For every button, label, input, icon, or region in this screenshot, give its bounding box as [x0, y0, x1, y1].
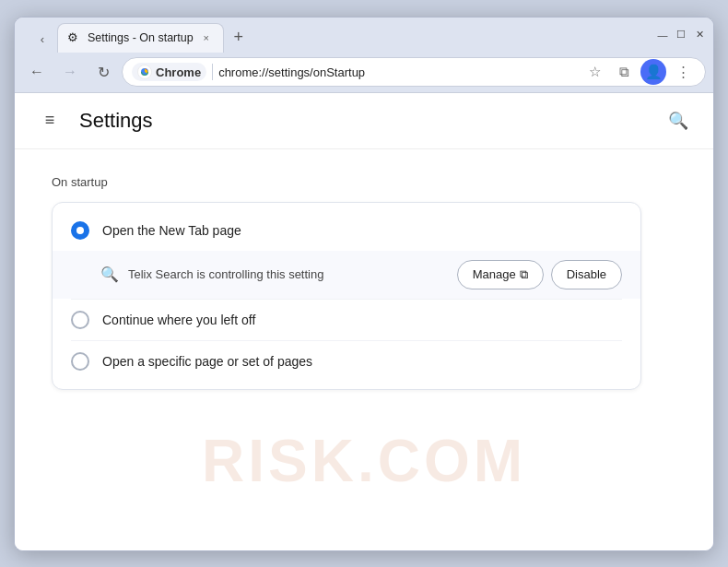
menu-button[interactable]: ≡	[33, 104, 66, 137]
address-url: chrome://settings/onStartup	[218, 65, 576, 79]
nav-bar: ← → ↻ Chrome chrome://settings	[15, 53, 713, 93]
option-specific-page[interactable]: Open a specific page or set of pages	[53, 341, 640, 382]
search-button[interactable]: 🔍	[662, 104, 695, 137]
extension-label: Telix Search is controlling this setting	[128, 267, 448, 281]
option-label-continue: Continue where you left off	[102, 313, 622, 327]
settings-content: On startup Open the New Tab page 🔍 Telix…	[15, 149, 713, 416]
close-button[interactable]: ✕	[693, 29, 706, 41]
address-bar[interactable]: Chrome chrome://settings/onStartup ☆ ⧉ 👤…	[122, 57, 706, 87]
radio-inner	[76, 227, 84, 234]
profile-button[interactable]: 👤	[640, 59, 666, 85]
chrome-badge: Chrome	[132, 63, 206, 81]
extension-buttons: Manage ⧉ Disable	[457, 260, 622, 289]
tab-title: Settings - On startup	[88, 31, 194, 44]
manage-button[interactable]: Manage ⧉	[457, 260, 544, 289]
back-button[interactable]: ←	[22, 57, 52, 87]
chrome-logo-icon	[137, 65, 152, 79]
settings-page: ≡ Settings 🔍 On startup Open the New Tab…	[15, 93, 713, 550]
reload-button[interactable]: ↻	[88, 57, 118, 87]
extension-row: 🔍 Telix Search is controlling this setti…	[53, 251, 640, 299]
forward-button[interactable]: →	[55, 57, 85, 87]
section-label: On startup	[52, 175, 676, 189]
tab-scroll-left[interactable]: ‹	[29, 27, 55, 53]
page-title: Settings	[79, 109, 649, 133]
extension-icon: 🔍	[100, 266, 119, 284]
title-bar: ‹ ⚙ Settings - On startup × + — ☐ ✕	[15, 18, 713, 53]
tab-favicon-icon: ⚙	[67, 30, 82, 45]
option-label-new-tab: Open the New Tab page	[102, 223, 622, 238]
more-menu-button[interactable]: ⋮	[670, 59, 696, 85]
minimize-button[interactable]: —	[656, 29, 669, 41]
option-new-tab[interactable]: Open the New Tab page	[53, 210, 640, 251]
watermark: RISK.COM	[202, 427, 526, 495]
disable-button[interactable]: Disable	[551, 260, 622, 289]
options-card: Open the New Tab page 🔍 Telix Search is …	[52, 202, 641, 390]
external-link-icon: ⧉	[520, 267, 528, 282]
settings-body: On startup Open the New Tab page 🔍 Telix…	[15, 149, 713, 550]
bookmark-button[interactable]: ☆	[581, 59, 607, 85]
option-continue[interactable]: Continue where you left off	[53, 300, 640, 340]
browser-window: ‹ ⚙ Settings - On startup × + — ☐ ✕	[14, 17, 714, 551]
radio-new-tab[interactable]	[71, 221, 89, 240]
extensions-button[interactable]: ⧉	[611, 59, 637, 85]
settings-header: ≡ Settings 🔍	[15, 93, 713, 149]
radio-specific-page[interactable]	[71, 352, 89, 371]
maximize-button[interactable]: ☐	[675, 29, 687, 41]
address-divider	[212, 64, 213, 80]
new-tab-button[interactable]: +	[226, 25, 252, 51]
active-tab[interactable]: ⚙ Settings - On startup ×	[57, 23, 224, 53]
option-label-specific-page: Open a specific page or set of pages	[102, 354, 622, 369]
radio-continue[interactable]	[71, 311, 89, 329]
tab-group: ‹ ⚙ Settings - On startup × +	[22, 18, 645, 53]
address-icons: ☆ ⧉ 👤 ⋮	[581, 59, 696, 85]
tab-close-button[interactable]: ×	[199, 30, 214, 45]
chrome-label: Chrome	[156, 65, 201, 79]
window-controls: — ☐ ✕	[656, 29, 706, 41]
